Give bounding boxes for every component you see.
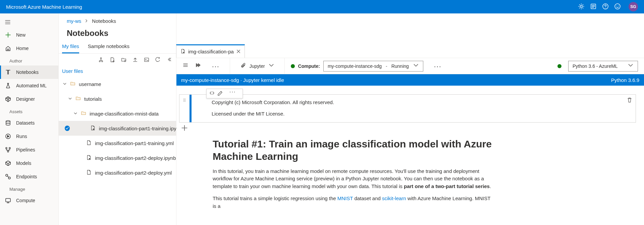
- avatar[interactable]: SG: [629, 2, 638, 11]
- compute-label: Compute:: [298, 63, 320, 69]
- tree-file-1[interactable]: img-classification-part1-training.ipynb: [59, 121, 176, 136]
- tutorial-paragraph-1: In this tutorial, you train a machine le…: [213, 168, 494, 190]
- notebook-file-icon: [90, 125, 96, 132]
- sidebar-item-datasets[interactable]: Datasets: [0, 116, 58, 130]
- app-title: Microsoft Azure Machine Learning: [6, 4, 578, 10]
- breadcrumb-workspace[interactable]: my-ws: [67, 18, 81, 24]
- open-file-tab[interactable]: img-classification-pa: [176, 44, 245, 58]
- settings-icon[interactable]: [578, 3, 584, 10]
- delete-cell-icon[interactable]: [627, 97, 632, 104]
- notebook-toolbar: ··· Jupyter Compute: my-compute-instance…: [176, 58, 644, 74]
- help-icon[interactable]: [602, 3, 608, 10]
- tutorial-heading: Tutorial #1: Train an image classificati…: [213, 138, 494, 163]
- new-button[interactable]: New: [0, 28, 58, 42]
- chevron-down-icon: [413, 62, 419, 70]
- drag-handle-icon[interactable]: [179, 95, 190, 122]
- kernel-select[interactable]: Python 3.6 - AzureML: [568, 61, 638, 72]
- sidebar-item-automl[interactable]: Automated ML: [0, 79, 58, 92]
- compute-status-dot: [291, 64, 295, 68]
- more-icon[interactable]: ···: [208, 64, 224, 68]
- notebook-file-icon: [86, 155, 92, 161]
- file-explorer: my-ws Notebooks Notebooks My files Sampl…: [59, 13, 176, 225]
- datasets-icon: [5, 120, 11, 126]
- mnist-link[interactable]: MNIST: [337, 195, 353, 201]
- close-tab-icon[interactable]: [236, 49, 240, 54]
- flask-icon: [5, 82, 11, 89]
- sidebar-section-assets: Assets: [0, 106, 58, 116]
- diagnostics-icon[interactable]: [590, 3, 596, 10]
- sklearn-link[interactable]: scikit-learn: [382, 195, 406, 201]
- designer-icon: [5, 96, 11, 102]
- link-icon: [240, 62, 246, 70]
- sidebar-item-home[interactable]: Home: [0, 42, 58, 55]
- tree-tutorials-folder[interactable]: tutorials: [59, 91, 176, 106]
- tree-file-3[interactable]: img-classification-part2-deploy.ipynb: [59, 150, 176, 165]
- editor-pane: img-classification-pa ··· Jupyter: [176, 13, 644, 225]
- top-bar: Microsoft Azure Machine Learning SG: [0, 0, 644, 13]
- compute-more-icon[interactable]: ···: [430, 64, 446, 68]
- pipelines-icon: [5, 146, 11, 153]
- kernel-status-dot: [557, 64, 561, 68]
- cell-more-icon[interactable]: ···: [225, 90, 240, 97]
- chevron-down-icon: [628, 62, 634, 70]
- tree-project-folder[interactable]: image-classification-mnist-data: [59, 106, 176, 121]
- home-icon: [5, 45, 11, 52]
- tree-file-2[interactable]: img-classification-part1-training.yml: [59, 136, 176, 150]
- runs-icon: [5, 133, 11, 140]
- models-icon: [5, 160, 11, 167]
- notebook-file-icon: [180, 49, 185, 55]
- sidebar-item-models[interactable]: Models: [0, 156, 58, 170]
- sidebar-item-notebooks[interactable]: Notebooks: [0, 65, 58, 79]
- markdown-cell[interactable]: ··· Copyright (c) Microsoft Corporation.…: [179, 94, 636, 123]
- tree-user-folder[interactable]: username: [59, 77, 176, 91]
- sidebar-item-designer[interactable]: Designer: [0, 92, 58, 106]
- notebook-body[interactable]: ··· Copyright (c) Microsoft Corporation.…: [176, 86, 644, 225]
- terminal-icon[interactable]: [144, 57, 149, 63]
- rendered-markdown: Tutorial #1: Train an image classificati…: [179, 132, 494, 210]
- chevron-down-icon: [268, 62, 274, 70]
- compute-icon: [5, 197, 11, 204]
- feedback-icon[interactable]: [614, 3, 621, 10]
- tab-my-files[interactable]: My files: [62, 43, 79, 53]
- kernel-status-bar: my-compute-instance-sdg · Jupyter kernel…: [176, 74, 644, 86]
- sidebar-item-runs[interactable]: Runs: [0, 130, 58, 143]
- chevron-right-icon: [85, 18, 89, 24]
- cell-toolbar: ···: [206, 89, 243, 98]
- git-icon[interactable]: [98, 57, 104, 63]
- chevron-down-icon: [73, 111, 77, 116]
- run-all-icon[interactable]: [195, 62, 201, 70]
- folder-icon: [81, 110, 86, 117]
- tab-sample-notebooks[interactable]: Sample notebooks: [88, 43, 129, 53]
- folder-icon: [70, 81, 75, 87]
- plus-icon: [5, 32, 11, 38]
- chevron-down-icon: [63, 82, 67, 86]
- upload-icon[interactable]: [132, 57, 138, 63]
- sidebar-item-endpoints[interactable]: Endpoints: [0, 170, 58, 183]
- sidebar-section-manage: Manage: [0, 183, 58, 194]
- add-cell-icon[interactable]: [181, 125, 636, 132]
- tree-file-4[interactable]: img-classification-part2-deploy.yml: [59, 165, 176, 180]
- open-in-jupyter-button[interactable]: Jupyter: [236, 61, 278, 72]
- breadcrumb: my-ws Notebooks: [59, 13, 176, 24]
- new-folder-icon[interactable]: [121, 57, 126, 63]
- compute-select[interactable]: my-compute-instance-sdg - Running: [323, 61, 423, 72]
- new-file-icon[interactable]: [110, 57, 115, 63]
- folder-icon: [75, 96, 81, 102]
- toggle-code-icon[interactable]: [209, 90, 215, 97]
- collapse-panel-icon[interactable]: [167, 57, 172, 63]
- sidebar: New Home Author Notebooks Automated ML D…: [0, 13, 59, 225]
- edit-cell-icon[interactable]: [217, 90, 223, 97]
- new-label: New: [16, 32, 25, 38]
- sidebar-section-author: Author: [0, 55, 58, 65]
- chevron-down-icon: [68, 97, 72, 101]
- tutorial-paragraph-2: This tutorial trains a simple logistic r…: [213, 195, 494, 210]
- file-icon: [86, 170, 92, 176]
- page-title: Notebooks: [59, 24, 176, 40]
- sidebar-item-pipelines[interactable]: Pipelines: [0, 143, 58, 156]
- toc-icon[interactable]: [182, 62, 189, 70]
- file-icon: [86, 140, 92, 146]
- breadcrumb-page: Notebooks: [92, 18, 116, 24]
- sidebar-item-compute[interactable]: Compute: [0, 194, 58, 207]
- menu-toggle-icon[interactable]: [0, 16, 58, 28]
- refresh-icon[interactable]: [155, 57, 161, 63]
